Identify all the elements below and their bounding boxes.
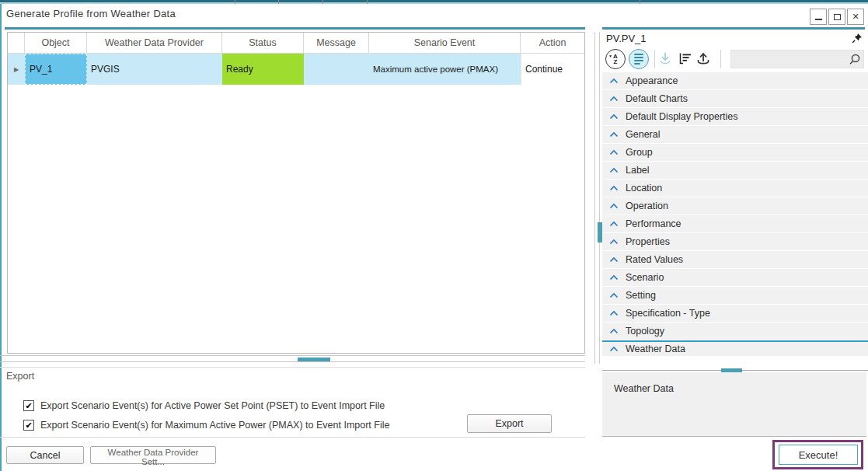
window-edge-tick — [322, 0, 323, 4]
category-properties[interactable]: Properties — [602, 233, 868, 250]
weather-data-provider-settings-button[interactable]: Weather Data Provider Sett... — [90, 446, 216, 464]
category-group[interactable]: Group — [602, 144, 868, 161]
sort-az-icon: ▼AZ — [613, 54, 618, 65]
sort-order-icon[interactable] — [677, 51, 692, 66]
cell-object[interactable]: PV_1 — [25, 54, 87, 85]
category-rated-values[interactable]: Rated Values — [602, 251, 868, 268]
cell-status[interactable]: Ready — [222, 54, 304, 85]
category-default-display-properties[interactable]: Default Display Properties — [602, 108, 868, 125]
pin-icon[interactable] — [852, 33, 863, 44]
chevron-up-icon[interactable] — [609, 310, 619, 316]
chevron-up-icon[interactable] — [609, 96, 619, 102]
category-lines-icon — [634, 54, 643, 65]
chevron-up-icon[interactable] — [609, 185, 619, 191]
checkbox-pset[interactable]: ✔ — [23, 400, 34, 411]
close-button[interactable]: ✕ — [847, 9, 864, 25]
column-header-weather-data-provider[interactable]: Weather Data Provider — [87, 33, 222, 53]
chevron-up-icon[interactable] — [609, 292, 619, 298]
export-option-row: ✔Export Scenario Event(s) for Maximum Ac… — [23, 419, 389, 431]
left-window-edge — [0, 4, 2, 471]
chevron-up-icon[interactable] — [609, 149, 619, 155]
category-appearance[interactable]: Appearance — [602, 72, 868, 89]
row-selector[interactable]: ▶ — [8, 54, 25, 85]
window-edge-tick — [235, 0, 235, 4]
category-label: Appearance — [626, 75, 678, 86]
upload-icon[interactable] — [695, 51, 712, 68]
download-icon[interactable] — [657, 51, 674, 68]
chevron-up-icon[interactable] — [609, 167, 619, 173]
column-header-action[interactable]: Action — [521, 33, 584, 53]
search-icon[interactable] — [847, 53, 861, 67]
column-header-message[interactable]: Message — [304, 33, 369, 53]
export-button[interactable]: Export — [467, 414, 552, 433]
cell-provider[interactable]: PVGIS — [87, 54, 222, 85]
maximize-button[interactable] — [828, 9, 845, 25]
chevron-up-icon[interactable] — [609, 256, 619, 263]
chevron-up-icon[interactable] — [609, 203, 619, 209]
checkbox-pmax[interactable]: ✔ — [23, 420, 34, 431]
category-weather-data[interactable]: Weather Data — [602, 340, 868, 356]
splitter-grip[interactable] — [298, 358, 330, 361]
top-window-edge — [0, 0, 868, 4]
category-label: Properties — [626, 236, 670, 247]
sort-alphabetical-button[interactable]: ▼AZ — [605, 49, 626, 69]
detail-panel-label: Weather Data — [614, 383, 674, 394]
properties-panel-title: PV.PV_1 — [606, 33, 647, 44]
column-header-senario-event[interactable]: Senario Event — [369, 33, 521, 53]
window-edge-tick — [640, 0, 640, 4]
properties-search-input[interactable] — [733, 51, 848, 67]
category-default-charts[interactable]: Default Charts — [602, 90, 868, 107]
category-setting[interactable]: Setting — [602, 287, 868, 304]
column-header-status[interactable]: Status — [222, 33, 304, 53]
checkbox-label: Export Scenario Event(s) for Active Powe… — [40, 400, 385, 411]
close-icon: ✕ — [852, 12, 859, 21]
vertical-splitter-line — [594, 32, 595, 364]
chevron-up-icon[interactable] — [609, 346, 619, 352]
export-option-row: ✔Export Scenario Event(s) for Active Pow… — [23, 399, 385, 412]
chevron-up-icon[interactable] — [609, 131, 619, 138]
category-label: Topology — [626, 326, 664, 337]
results-table: ObjectWeather Data ProviderStatusMessage… — [7, 32, 585, 354]
cell-scenario-event[interactable]: Maximum active power (PMAX) — [369, 54, 521, 85]
category-scenario[interactable]: Scenario — [602, 269, 868, 286]
categorized-view-button[interactable] — [629, 49, 649, 69]
category-location[interactable]: Location — [602, 180, 868, 197]
window-edge-tick — [278, 0, 279, 4]
cell-action[interactable]: Continue — [521, 54, 584, 85]
category-operation[interactable]: Operation — [602, 197, 868, 215]
export-section-divider — [0, 367, 585, 368]
row-arrow-icon: ▶ — [14, 66, 19, 73]
chevron-up-icon[interactable] — [609, 113, 619, 120]
category-label[interactable]: Label — [602, 162, 868, 179]
chevron-up-icon[interactable] — [609, 78, 619, 84]
chevron-up-icon[interactable] — [609, 328, 619, 334]
execute-button[interactable]: Execute! — [779, 445, 858, 465]
column-header-object[interactable]: Object — [25, 33, 87, 53]
category-label: Group — [626, 147, 653, 158]
table-row[interactable]: ▶PV_1PVGISReadyMaximum active power (PMA… — [8, 54, 584, 85]
toolbar-separator — [720, 50, 721, 68]
cancel-button[interactable]: Cancel — [6, 446, 84, 464]
chevron-up-icon[interactable] — [609, 239, 619, 245]
category-performance[interactable]: Performance — [602, 215, 868, 232]
checkbox-label: Export Scenario Event(s) for Maximum Act… — [40, 420, 389, 431]
footer-divider — [0, 437, 585, 438]
maximize-icon — [834, 14, 841, 20]
title-divider — [5, 27, 585, 30]
category-label: Label — [626, 165, 650, 176]
chevron-up-icon[interactable] — [609, 274, 619, 281]
category-label: Setting — [626, 290, 656, 301]
cell-message[interactable] — [304, 54, 369, 85]
minimize-button[interactable] — [810, 9, 827, 25]
category-topology[interactable]: Topology — [602, 323, 868, 340]
horizontal-splitter — [0, 355, 585, 362]
properties-search-box — [730, 50, 864, 68]
chevron-up-icon[interactable] — [609, 221, 619, 227]
table-header-row: ObjectWeather Data ProviderStatusMessage… — [8, 33, 584, 54]
export-group-label: Export — [6, 371, 34, 382]
minimize-icon — [815, 19, 822, 20]
weather-data-detail-panel: Weather Data — [602, 372, 866, 437]
category-specification-type[interactable]: Specification - Type — [602, 305, 868, 322]
category-general[interactable]: General — [602, 126, 868, 143]
category-label: Location — [626, 183, 662, 194]
